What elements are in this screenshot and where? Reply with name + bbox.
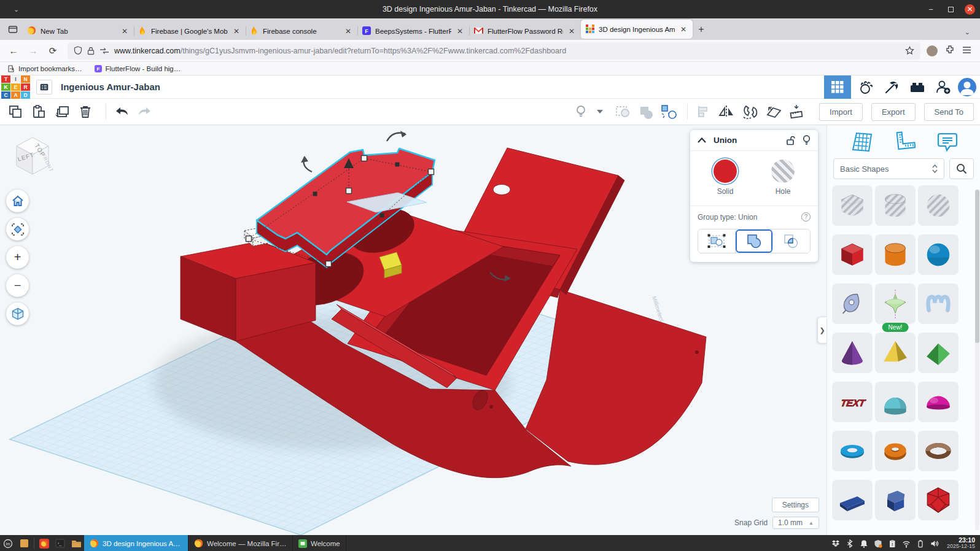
shape-tile-prism[interactable]	[875, 480, 916, 520]
ruler-icon[interactable]	[893, 131, 916, 153]
shape-tile-cylinder-hole[interactable]	[875, 185, 916, 226]
volume-icon[interactable]	[930, 539, 939, 548]
group-type-intersect[interactable]	[773, 229, 810, 253]
undo-icon[interactable]	[112, 102, 131, 121]
align-icon[interactable]	[694, 102, 712, 121]
share-person-icon[interactable]	[932, 77, 954, 97]
export-button[interactable]: Export	[871, 103, 916, 121]
collapse-chevron-icon[interactable]	[698, 137, 706, 143]
shape-tile-sphere[interactable]	[918, 234, 959, 275]
zoom-out-button[interactable]: −	[6, 274, 29, 297]
home-view-button[interactable]	[6, 190, 29, 212]
tab-close-icon[interactable]: ✕	[120, 27, 129, 36]
browser-tab-3[interactable]: FBeepsSystems - FlutterFlow✕	[357, 22, 469, 40]
redo-icon[interactable]	[136, 102, 154, 121]
clipboard-icon[interactable]: !	[888, 539, 896, 548]
shape-tile-roof[interactable]	[918, 333, 959, 373]
url-bar[interactable]: www.tinkercad.com/things/gC1yusJsmvm-ing…	[68, 42, 920, 60]
notifications-icon[interactable]	[860, 539, 868, 548]
shape-tile-torus-thick[interactable]	[875, 431, 916, 471]
browser-tab-0[interactable]: New Tab✕	[22, 22, 134, 40]
workplane-tool-icon[interactable]	[764, 102, 782, 121]
shape-tile-wedge[interactable]	[832, 480, 873, 520]
panel-collapse-handle[interactable]: ❯	[817, 317, 826, 344]
shape-tile-squiggle[interactable]	[918, 283, 959, 324]
merge-icon[interactable]	[637, 102, 655, 121]
shape-tile-sphere-hole[interactable]	[918, 185, 959, 226]
shape-tile-scribble[interactable]	[832, 283, 873, 324]
mirror-flip-icon[interactable]	[717, 102, 736, 121]
shield-icon[interactable]	[74, 46, 82, 55]
new-tab-button[interactable]: +	[693, 21, 710, 38]
chevron-down-icon[interactable]: ⌄	[14, 6, 19, 13]
lock-icon[interactable]	[87, 47, 95, 55]
forward-button[interactable]: →	[25, 42, 42, 60]
tab-close-icon[interactable]: ✕	[567, 27, 576, 36]
tinkercad-logo[interactable]: TINKERCAD	[1, 75, 30, 99]
snap-grid-select[interactable]: 1.0 mm▲	[772, 517, 819, 529]
sendto-button[interactable]: Send To	[924, 103, 974, 121]
battery-icon[interactable]	[916, 539, 925, 548]
copy-icon[interactable]	[6, 102, 25, 121]
viewport-3d[interactable]: Millimeters	[0, 125, 826, 535]
shape-tile-pyramid[interactable]	[875, 333, 916, 373]
shape-tile-box[interactable]	[832, 234, 873, 275]
view-cube[interactable]: TOP LEFT FRONT	[10, 131, 55, 180]
tab-close-icon[interactable]: ✕	[456, 27, 464, 36]
import-button[interactable]: Import	[819, 103, 863, 121]
reload-button[interactable]: ⟳	[44, 42, 61, 60]
ungroup-icon[interactable]	[660, 102, 679, 121]
solid-option[interactable]: Solid	[714, 160, 737, 196]
group-type-select[interactable]	[698, 229, 736, 253]
shape-tile-box-hole[interactable]	[832, 185, 873, 226]
wifi-icon[interactable]	[902, 539, 911, 548]
shape-tile-cone[interactable]	[832, 333, 873, 373]
lock-open-icon[interactable]	[786, 136, 795, 145]
design-menu-icon[interactable]	[36, 80, 52, 94]
shape-tile-spinning-top[interactable]: New!	[875, 283, 916, 324]
notes-icon[interactable]	[936, 131, 959, 153]
settings-button[interactable]: Settings	[772, 498, 819, 512]
workplane-icon[interactable]	[849, 131, 873, 153]
dashboard-grid-button[interactable]	[824, 75, 851, 99]
group-icon[interactable]	[613, 102, 632, 121]
shape-tile-half-sphere[interactable]	[918, 382, 959, 422]
solid-swatch[interactable]	[714, 160, 737, 183]
ruler-tool-icon[interactable]	[787, 102, 806, 121]
simlab-ball-icon[interactable]	[855, 77, 877, 97]
category-select[interactable]: Basic Shapes	[833, 158, 944, 179]
hole-option[interactable]: Hole	[771, 160, 795, 196]
hole-swatch[interactable]	[771, 160, 795, 183]
bookmark-flutterflow[interactable]: F FlutterFlow - Build hig…	[95, 65, 181, 72]
clock[interactable]: 23:10 2025-12-15	[944, 537, 975, 549]
maximize-button[interactable]	[945, 4, 956, 15]
extensions-icon[interactable]	[945, 45, 955, 57]
taskbar-window-1[interactable]: Welcome — Mozilla Firefox	[189, 535, 293, 551]
bluetooth-icon[interactable]	[846, 539, 854, 548]
help-icon[interactable]: ?	[801, 212, 811, 222]
menu-hamburger-icon[interactable]	[962, 45, 971, 56]
show-desktop-icon[interactable]	[16, 535, 32, 551]
tab-close-icon[interactable]: ✕	[232, 27, 241, 36]
shape-tile-tube[interactable]	[918, 431, 959, 471]
shape-tile-text[interactable]: TEXT	[832, 382, 873, 422]
bookmark-star-icon[interactable]	[905, 46, 914, 55]
shape-tile-icosahedron[interactable]	[918, 480, 959, 520]
search-button[interactable]	[949, 158, 974, 179]
user-avatar[interactable]	[958, 78, 976, 96]
minecraft-pickaxe-icon[interactable]	[881, 77, 903, 97]
bookmark-import[interactable]: Import bookmarks…	[7, 65, 82, 72]
design-title[interactable]: Ingenious Amur-Jaban	[61, 82, 160, 92]
taskbar-window-0[interactable]: 3D design Ingenious Amur...	[84, 535, 189, 551]
account-avatar[interactable]	[927, 45, 938, 56]
tab-close-icon[interactable]: ✕	[679, 25, 688, 34]
shield-icon[interactable]	[874, 539, 882, 548]
browser-tab-4[interactable]: FlutterFlow Password Reset✕	[469, 22, 581, 40]
show-hide-caret-icon[interactable]	[595, 102, 605, 121]
browser-tab-2[interactable]: Firebase console✕	[246, 22, 357, 40]
shape-tile-torus[interactable]	[832, 431, 873, 471]
delete-icon[interactable]	[76, 102, 95, 121]
taskbar-window-2[interactable]: Welcome	[293, 535, 346, 551]
paste-icon[interactable]	[29, 102, 48, 121]
perspective-button[interactable]	[6, 302, 29, 325]
